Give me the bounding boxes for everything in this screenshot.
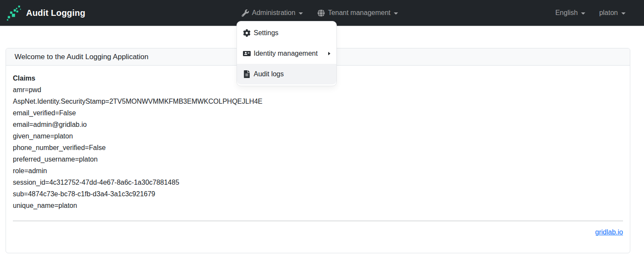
chevron-down-icon — [394, 12, 398, 15]
dropdown-item-identity-management-label: Identity management — [254, 50, 318, 57]
dropdown-item-settings-label: Settings — [254, 29, 279, 37]
nav-user-label: platon — [599, 9, 618, 17]
nav-user-dropdown-toggle[interactable]: platon — [599, 9, 626, 17]
gear-icon — [243, 29, 251, 37]
chevron-down-icon — [581, 12, 585, 15]
claim-session-id: session_id=4c312752-47dd-4e67-8a6c-1a30c… — [13, 177, 623, 188]
claim-email-verified: email_verified=False — [13, 107, 623, 119]
navbar-right-menu: English platon — [555, 0, 626, 26]
nav-tenant-management-dropdown-toggle[interactable]: Tenant management — [318, 9, 398, 17]
footer-divider — [13, 221, 623, 221]
file-icon — [243, 70, 251, 78]
wrench-icon — [242, 9, 249, 17]
nav-administration-label: Administration — [252, 9, 295, 17]
administration-dropdown-menu: Settings Identity management Audit logs — [237, 21, 337, 86]
claim-given-name: given_name=platon — [13, 130, 623, 142]
dropdown-item-identity-management[interactable]: Identity management — [237, 43, 336, 64]
nav-administration-dropdown-toggle[interactable]: Administration — [242, 9, 303, 17]
chevron-right-icon — [328, 52, 330, 55]
chevron-down-icon — [299, 12, 303, 15]
welcome-title: Welcome to the Audit Logging Application — [15, 53, 149, 61]
chevron-down-icon — [621, 12, 626, 15]
card-body: Claims amr=pwd AspNet.Identity.SecurityS… — [6, 66, 630, 253]
claim-email: email=admin@gridlab.io — [13, 119, 623, 130]
dropdown-item-settings[interactable]: Settings — [237, 23, 336, 43]
globe-icon — [318, 9, 325, 17]
claim-sub: sub=4874c73e-bc78-c1fb-d3a4-3a1c3c921679 — [13, 188, 623, 200]
claim-unique-name: unique_name=platon — [13, 200, 623, 211]
claim-phone-number-verified: phone_number_verified=False — [13, 142, 623, 153]
nav-tenant-management-label: Tenant management — [328, 9, 390, 17]
claim-role: role=admin — [13, 165, 623, 177]
app-logo-icon — [6, 4, 22, 21]
card-footer: gridlab.io — [13, 227, 623, 237]
nav-language-label: English — [555, 9, 578, 17]
dropdown-item-audit-logs-label: Audit logs — [254, 70, 284, 78]
claim-preferred-username: preferred_username=platon — [13, 153, 623, 165]
brand[interactable]: Audit Logging — [6, 0, 85, 26]
dropdown-item-audit-logs[interactable]: Audit logs — [237, 64, 336, 84]
id-card-icon — [243, 50, 251, 57]
claim-security-stamp: AspNet.Identity.SecurityStamp=2TV5MONWVM… — [13, 96, 623, 107]
brand-title: Audit Logging — [26, 8, 85, 18]
gridlab-link[interactable]: gridlab.io — [595, 228, 623, 236]
nav-language-dropdown-toggle[interactable]: English — [555, 9, 585, 17]
